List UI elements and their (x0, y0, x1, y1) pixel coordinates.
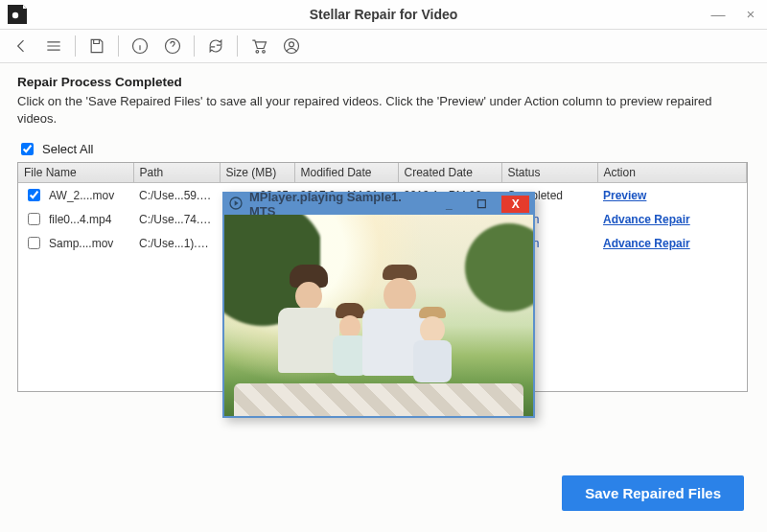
page-heading: Repair Process Completed (17, 75, 750, 89)
row-checkbox[interactable] (28, 237, 40, 249)
col-filename[interactable]: File Name (18, 163, 133, 183)
help-icon[interactable] (161, 35, 184, 58)
row-checkbox[interactable] (28, 189, 40, 201)
save-icon[interactable] (85, 35, 108, 58)
mplayer-video-area (224, 215, 533, 416)
file-name: Samp....mov (49, 237, 113, 250)
minimize-button[interactable]: — (702, 0, 734, 27)
col-size[interactable]: Size (MB) (220, 163, 294, 183)
file-name: file0...4.mp4 (49, 213, 111, 226)
toolbar (0, 29, 767, 63)
save-repaired-button[interactable]: Save Repaired Files (562, 475, 744, 511)
col-action[interactable]: Action (597, 163, 747, 183)
toolbar-divider (237, 35, 238, 57)
app-title: Stellar Repair for Video (310, 7, 458, 22)
file-path: C:/Use...59.mov (133, 183, 220, 208)
col-created[interactable]: Created Date (398, 163, 501, 183)
select-all-label: Select All (42, 142, 93, 156)
refresh-icon[interactable] (204, 35, 227, 58)
back-icon[interactable] (10, 35, 33, 58)
svg-point-6 (290, 42, 294, 47)
row-checkbox[interactable] (28, 213, 40, 225)
svg-point-4 (263, 51, 266, 54)
page-subtext: Click on the 'Save Repaired Files' to sa… (17, 93, 750, 127)
info-icon[interactable] (128, 35, 151, 58)
col-status[interactable]: Status (501, 163, 597, 183)
file-path: C:/Use...74.mov (133, 207, 220, 231)
action-link[interactable]: Preview (603, 189, 646, 202)
mplayer-maximize[interactable]: ☐ (469, 196, 497, 213)
col-path[interactable]: Path (133, 163, 220, 183)
toolbar-divider (194, 35, 195, 57)
toolbar-divider (118, 35, 119, 57)
action-link[interactable]: Advance Repair (603, 213, 690, 226)
user-icon[interactable] (280, 35, 303, 58)
window-controls: — × (702, 0, 767, 27)
mplayer-close[interactable]: X (501, 196, 529, 213)
mplayer-window[interactable]: MPlayer.playing Sample1. MTS _ ☐ X (222, 192, 535, 418)
toolbar-divider (75, 35, 76, 57)
title-bar: Stellar Repair for Video — × (0, 0, 767, 29)
close-button[interactable]: × (734, 0, 767, 27)
svg-point-0 (12, 12, 18, 18)
menu-icon[interactable] (42, 35, 65, 58)
svg-point-3 (256, 51, 259, 54)
cart-icon[interactable] (247, 35, 270, 58)
mplayer-icon (228, 196, 244, 214)
col-modified[interactable]: Modified Date (294, 163, 398, 183)
mplayer-titlebar[interactable]: MPlayer.playing Sample1. MTS _ ☐ X (224, 194, 533, 215)
app-logo (4, 2, 31, 27)
file-name: AW_2....mov (49, 189, 114, 202)
mplayer-minimize[interactable]: _ (435, 196, 463, 213)
select-all[interactable]: Select All (17, 140, 750, 158)
file-path: C:/Use...1).mov (133, 231, 220, 255)
table-header-row: File Name Path Size (MB) Modified Date C… (18, 163, 747, 183)
select-all-checkbox[interactable] (21, 143, 34, 155)
action-link[interactable]: Advance Repair (603, 237, 690, 250)
